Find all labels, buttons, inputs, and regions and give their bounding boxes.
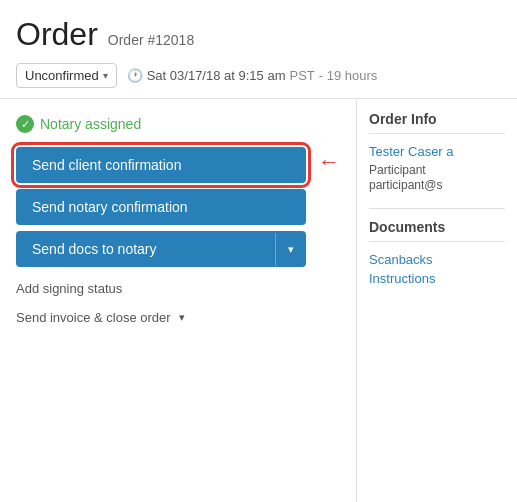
page-title: Order [16,16,98,53]
left-panel: ✓ Notary assigned Send client confirmati… [0,99,357,502]
buttons-column: Send client confirmation Send notary con… [16,147,306,329]
participant-label: Participant [369,163,505,177]
send-docs-label: Send docs to notary [16,231,275,267]
relative-time: - 19 hours [319,68,378,83]
order-number: Order #12018 [108,32,194,48]
send-docs-caret-icon[interactable]: ▾ [275,233,306,266]
arrow-indicator: ← [318,151,340,173]
divider [369,208,505,209]
order-info-section: Order Info Tester Caser a Participant pa… [369,111,505,192]
send-invoice-label: Send invoice & close order [16,310,171,325]
chevron-down-icon: ▾ [103,70,108,81]
documents-section: Documents Scanbacks Instructions [369,219,505,286]
send-client-label: Send client confirmation [32,157,181,173]
add-signing-status[interactable]: Add signing status [16,273,306,300]
client-name[interactable]: Tester Caser a [369,144,505,159]
actions-area: Send client confirmation Send notary con… [16,147,340,329]
status-dropdown[interactable]: Unconfirmed ▾ [16,63,117,88]
clock-icon: 🕐 [127,68,143,83]
documents-header: Documents [369,219,505,242]
notary-assigned-label: Notary assigned [40,116,141,132]
right-panel: Order Info Tester Caser a Participant pa… [357,99,517,502]
left-arrow-icon: ← [318,151,340,173]
send-docs-to-notary-button[interactable]: Send docs to notary ▾ [16,231,306,267]
header: Order Order #12018 Unconfirmed ▾ 🕐 Sat 0… [0,0,517,99]
participant-email: participant@s [369,178,505,192]
instructions-link[interactable]: Instructions [369,271,505,286]
send-invoice-row[interactable]: Send invoice & close order ▾ [16,306,306,329]
send-client-confirmation-button[interactable]: Send client confirmation [16,147,306,183]
timezone: PST [289,68,314,83]
order-info-header: Order Info [369,111,505,134]
main-content: ✓ Notary assigned Send client confirmati… [0,99,517,502]
send-notary-label: Send notary confirmation [32,199,188,215]
notary-assigned-status: ✓ Notary assigned [16,115,340,133]
send-notary-confirmation-button[interactable]: Send notary confirmation [16,189,306,225]
scanbacks-link[interactable]: Scanbacks [369,252,505,267]
add-signing-label: Add signing status [16,281,122,296]
status-label: Unconfirmed [25,68,99,83]
page: Order Order #12018 Unconfirmed ▾ 🕐 Sat 0… [0,0,517,502]
checkmark-icon: ✓ [21,118,30,131]
send-invoice-chevron-icon: ▾ [179,311,185,324]
check-circle-icon: ✓ [16,115,34,133]
timestamp-value: Sat 03/17/18 at 9:15 am [147,68,286,83]
timestamp: 🕐 Sat 03/17/18 at 9:15 am PST - 19 hours [127,68,378,83]
